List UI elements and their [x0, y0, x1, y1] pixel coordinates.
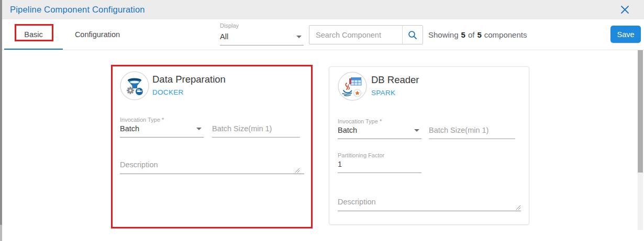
display-label: Display: [220, 22, 304, 29]
invocation-type-value: Batch: [338, 126, 357, 134]
component-card-data-preparation: Data Preparation DOCKER Invocation Type …: [111, 65, 313, 228]
invocation-type-label: Invocation Type *: [338, 118, 382, 124]
description-textarea[interactable]: [338, 190, 521, 211]
pipeline-component-configuration-dialog: Pipeline Component Configuration Basic C…: [0, 0, 644, 241]
scrollbar[interactable]: [638, 50, 643, 230]
results-count-suffix: components: [484, 30, 527, 39]
chevron-down-icon: [414, 129, 419, 132]
tab-basic[interactable]: Basic: [4, 19, 63, 49]
resize-handle-icon[interactable]: [516, 203, 521, 208]
save-button[interactable]: Save: [610, 26, 641, 43]
dialog-title: Pipeline Component Configuration: [10, 5, 145, 15]
batch-size-input[interactable]: [429, 125, 515, 139]
invocation-type-select[interactable]: Batch: [338, 125, 421, 139]
invocation-type-value: Batch: [120, 124, 139, 133]
search-box: [309, 25, 423, 44]
batch-size-input[interactable]: [212, 124, 300, 137]
display-filter: Display All: [220, 22, 304, 45]
chevron-down-icon: [196, 128, 202, 130]
component-engine-badge: SPARK: [371, 89, 395, 97]
component-title: DB Reader: [371, 74, 419, 86]
results-count-prefix: Showing: [428, 30, 459, 39]
data-preparation-icon: [120, 71, 149, 100]
description-textarea[interactable]: [120, 153, 304, 174]
tab-configuration[interactable]: Configuration: [66, 19, 129, 49]
results-count-of: of: [468, 30, 475, 39]
component-title: Data Preparation: [152, 74, 226, 85]
resize-handle-icon[interactable]: [295, 166, 300, 171]
component-list: Data Preparation DOCKER Invocation Type …: [2, 50, 644, 241]
dialog-titlebar: Pipeline Component Configuration: [2, 0, 644, 19]
results-count-shown: 5: [461, 30, 465, 39]
component-card-db-reader: DB Reader SPARK Invocation Type * Batch …: [329, 66, 529, 225]
results-count: Showing 5 of 5 components: [428, 19, 527, 50]
invocation-type-select[interactable]: Batch: [120, 124, 204, 137]
close-icon[interactable]: [619, 4, 630, 16]
display-select[interactable]: All: [220, 31, 304, 45]
search-input[interactable]: [309, 26, 402, 44]
partitioning-factor-label: Partitioning Factor: [338, 152, 384, 158]
partitioning-factor-input[interactable]: [338, 159, 421, 173]
db-reader-icon: [338, 72, 367, 101]
toolbar: Basic Configuration Display All Showing …: [2, 19, 644, 50]
scrollbar-thumb[interactable]: [638, 50, 643, 173]
active-tab-indicator: [4, 49, 63, 50]
chevron-down-icon: [296, 36, 302, 38]
component-engine-badge: DOCKER: [152, 88, 184, 96]
invocation-type-label: Invocation Type *: [120, 117, 164, 123]
display-selected-value: All: [220, 32, 228, 41]
search-icon[interactable]: [403, 26, 423, 44]
results-count-total: 5: [477, 30, 481, 39]
